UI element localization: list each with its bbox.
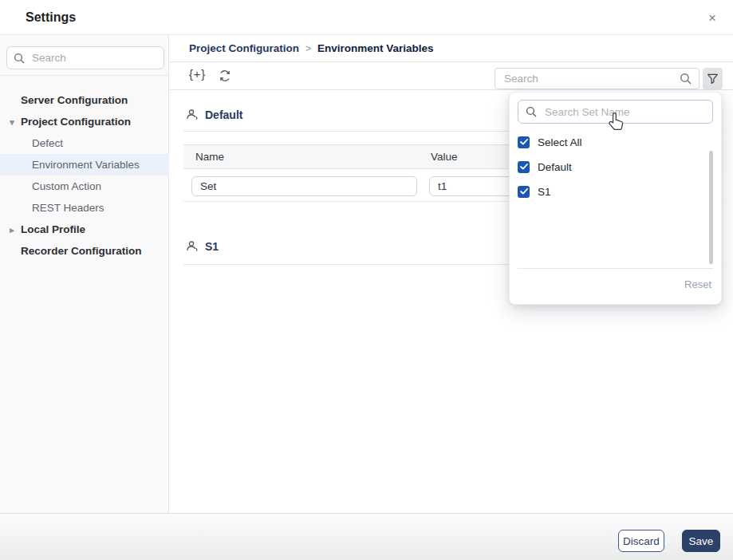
user-set-icon <box>186 240 199 253</box>
popup-divider <box>518 268 713 269</box>
section-label: Default <box>205 108 242 121</box>
sidebar-item-rest-headers[interactable]: REST Headers <box>0 197 169 219</box>
save-button[interactable]: Save <box>682 530 720 552</box>
filter-set-popup: Select AllDefaultS1 Reset <box>509 92 722 305</box>
column-header-name: Name <box>195 145 224 168</box>
checkbox-checked-icon[interactable] <box>518 161 530 173</box>
search-icon <box>526 106 537 117</box>
sidebar-item-label: Recorder Configuration <box>21 245 142 257</box>
reset-button[interactable]: Reset <box>684 278 711 290</box>
close-icon[interactable]: × <box>703 9 722 28</box>
discard-button[interactable]: Discard <box>618 530 664 552</box>
search-icon <box>680 73 692 85</box>
sidebar-search-box[interactable] <box>6 46 164 69</box>
filter-option-label: Select All <box>538 136 582 148</box>
filter-option-label: S1 <box>538 186 551 198</box>
refresh-icon[interactable] <box>218 69 232 83</box>
user-set-icon <box>186 108 199 121</box>
breadcrumb-current: Environment Variables <box>317 42 434 54</box>
column-header-value: Value <box>431 145 458 168</box>
funnel-icon <box>706 72 719 85</box>
breadcrumb: Project Configuration > Environment Vari… <box>170 35 733 62</box>
add-variable-button[interactable]: {+} <box>189 68 206 81</box>
variables-search-input[interactable] <box>502 72 673 85</box>
sidebar-item-local-profile[interactable]: ▸Local Profile <box>0 219 169 240</box>
variables-search-box[interactable] <box>495 68 700 89</box>
settings-sidebar: Server Configuration▾Project Configurati… <box>0 35 169 513</box>
dialog-footer: Discard Save <box>0 513 733 560</box>
caret-down-icon[interactable]: ▾ <box>7 116 17 127</box>
caret-right-icon[interactable]: ▸ <box>7 224 17 235</box>
popup-scrollbar[interactable] <box>709 151 713 264</box>
checkbox-checked-icon[interactable] <box>518 136 530 148</box>
sidebar-item-label: Environment Variables <box>32 159 140 171</box>
sidebar-divider <box>0 75 169 76</box>
set-name-search-box[interactable] <box>518 100 713 124</box>
filter-set-button[interactable] <box>703 68 723 89</box>
sidebar-item-label: Project Configuration <box>21 116 131 128</box>
sidebar-item-label: Local Profile <box>21 223 85 235</box>
sidebar-item-server-configuration[interactable]: Server Configuration <box>0 89 169 111</box>
sidebar-search-input[interactable] <box>30 51 175 65</box>
sidebar-item-project-configuration[interactable]: ▾Project Configuration <box>0 111 169 132</box>
variable-name-input[interactable] <box>191 176 417 196</box>
section-header-default: Default <box>186 108 242 121</box>
breadcrumb-parent[interactable]: Project Configuration <box>189 42 299 54</box>
section-label: S1 <box>205 240 219 253</box>
sidebar-item-environment-variables[interactable]: Environment Variables <box>0 154 169 175</box>
section-header-s1: S1 <box>186 240 219 253</box>
dialog-title: Settings <box>26 10 76 25</box>
settings-dialog: Settings × Server Configuration▾Project … <box>0 0 733 560</box>
filter-option-label: Default <box>538 161 572 173</box>
sidebar-item-label: REST Headers <box>32 202 104 214</box>
sidebar-item-label: Defect <box>32 137 63 149</box>
sidebar-item-label: Custom Action <box>32 180 101 192</box>
dialog-header: Settings × <box>0 0 733 35</box>
sidebar-item-custom-action[interactable]: Custom Action <box>0 175 169 197</box>
sidebar-tree: Server Configuration▾Project Configurati… <box>0 89 169 262</box>
filter-option-default[interactable]: Default <box>518 156 713 177</box>
filter-option-select-all[interactable]: Select All <box>518 132 713 152</box>
checkbox-checked-icon[interactable] <box>518 186 530 198</box>
set-name-search-input[interactable] <box>543 105 705 119</box>
sidebar-item-label: Server Configuration <box>21 94 128 106</box>
set-filter-options: Select AllDefaultS1 <box>518 128 713 202</box>
sidebar-item-defect[interactable]: Defect <box>0 132 169 154</box>
filter-option-s1[interactable]: S1 <box>518 181 713 202</box>
breadcrumb-separator-icon: > <box>305 43 311 54</box>
search-icon <box>14 53 25 64</box>
sidebar-item-recorder-configuration[interactable]: Recorder Configuration <box>0 240 169 262</box>
